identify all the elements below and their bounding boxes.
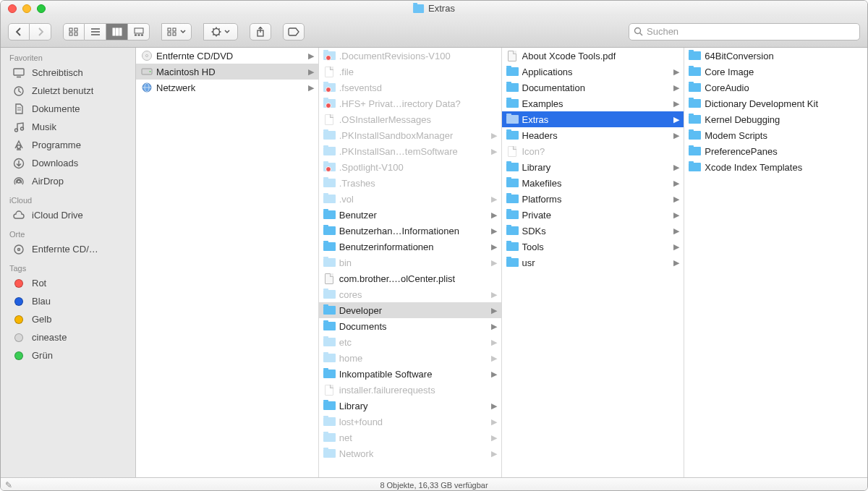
sidebar-item-label: Schreibtisch — [32, 67, 83, 78]
list-item[interactable]: Extras▶ — [502, 111, 684, 127]
search-input[interactable] — [647, 26, 855, 37]
list-item[interactable]: usr▶ — [502, 255, 684, 270]
list-item[interactable]: Benutzer▶ — [319, 207, 501, 223]
list-item[interactable]: .vol▶ — [319, 191, 501, 207]
edit-icon[interactable]: ✎ — [5, 480, 12, 490]
list-item[interactable]: cores▶ — [319, 286, 501, 302]
item-label: .OSInstallerMessages — [339, 114, 431, 125]
list-item[interactable]: Modem Scripts — [684, 127, 867, 143]
share-button[interactable] — [250, 23, 271, 40]
list-item[interactable]: Applications▶ — [502, 64, 684, 80]
list-item[interactable]: .Spotlight-V100 — [319, 159, 501, 175]
chevron-right-icon: ▶ — [673, 210, 679, 220]
list-item[interactable]: .file — [319, 64, 501, 80]
list-item[interactable]: Icon? — [502, 143, 684, 159]
list-item[interactable]: .DocumentRevisions-V100 — [319, 48, 501, 64]
item-label: Network — [339, 448, 374, 459]
folder-icon — [506, 178, 519, 188]
list-item[interactable]: Inkompatible Software▶ — [319, 366, 501, 382]
item-label: Library — [339, 401, 368, 411]
list-item[interactable]: Network▶ — [319, 445, 501, 461]
column: .DocumentRevisions-V100.file.fseventsd.H… — [319, 48, 502, 477]
list-item[interactable]: .OSInstallerMessages — [319, 111, 501, 127]
chevron-right-icon: ▶ — [491, 226, 497, 236]
list-item[interactable]: CoreAudio — [684, 80, 867, 95]
icon-view-button[interactable] — [63, 23, 85, 40]
sidebar-item-label: Entfernte CD/… — [32, 244, 98, 255]
tag-icon — [12, 333, 25, 343]
list-item[interactable]: Library▶ — [502, 159, 684, 175]
list-item[interactable]: Documents▶ — [319, 318, 501, 334]
chevron-right-icon: ▶ — [491, 210, 497, 220]
list-item[interactable]: lost+found▶ — [319, 414, 501, 430]
list-item[interactable]: About Xcode Tools.pdf — [502, 48, 684, 64]
list-item[interactable]: .PKInstallSan…temSoftware▶ — [319, 143, 501, 159]
hdd-icon — [140, 67, 153, 77]
list-item[interactable]: Kernel Debugging — [684, 111, 867, 127]
list-item[interactable]: Private▶ — [502, 207, 684, 223]
tag-button[interactable] — [283, 23, 305, 40]
list-item[interactable]: Developer▶ — [319, 302, 501, 318]
svg-point-38 — [17, 145, 21, 148]
action-button[interactable] — [203, 23, 238, 40]
list-item[interactable]: .PKInstallSandboxManager▶ — [319, 127, 501, 143]
list-item[interactable]: 64BitConversion — [684, 48, 867, 64]
list-item[interactable]: Platforms▶ — [502, 191, 684, 207]
column-view-button[interactable] — [106, 23, 128, 40]
sidebar-item[interactable]: AirDrop — [1, 172, 135, 190]
list-item[interactable]: Core Image — [684, 64, 867, 80]
list-item[interactable]: Headers▶ — [502, 127, 684, 143]
zoom-icon[interactable] — [37, 4, 46, 13]
sidebar-item[interactable]: Programme — [1, 136, 135, 154]
list-item[interactable]: Benutzerinformationen▶ — [319, 239, 501, 255]
sidebar-item[interactable]: Grün — [1, 346, 135, 364]
back-button[interactable] — [8, 23, 30, 40]
list-item[interactable]: com.brother.…olCenter.plist — [319, 270, 501, 286]
list-item[interactable]: Library▶ — [319, 398, 501, 414]
sidebar-item[interactable]: iCloud Drive — [1, 206, 135, 224]
list-item[interactable]: Documentation▶ — [502, 80, 684, 95]
list-item[interactable]: .fseventsd — [319, 80, 501, 95]
list-view-button[interactable] — [85, 23, 106, 40]
search-field[interactable] — [629, 23, 860, 40]
gallery-view-button[interactable] — [128, 23, 150, 40]
list-item[interactable]: Dictionary Development Kit — [684, 95, 867, 111]
list-item[interactable]: Benutzerhan…Informationen▶ — [319, 223, 501, 239]
list-item[interactable]: SDKs▶ — [502, 223, 684, 239]
list-item[interactable]: etc▶ — [319, 334, 501, 350]
list-item[interactable]: Macintosh HD▶ — [136, 64, 318, 80]
svg-point-29 — [635, 28, 641, 34]
svg-rect-8 — [116, 28, 118, 35]
list-item[interactable]: home▶ — [319, 350, 501, 366]
list-item[interactable]: .Trashes — [319, 175, 501, 191]
item-label: Entfernte CD/DVD — [156, 51, 233, 61]
list-item[interactable]: Tools▶ — [502, 239, 684, 255]
list-item[interactable]: Netzwerk▶ — [136, 80, 318, 95]
list-item[interactable]: Examples▶ — [502, 95, 684, 111]
sidebar-item[interactable]: Blau — [1, 292, 135, 310]
list-item[interactable]: Entfernte CD/DVD▶ — [136, 48, 318, 64]
list-item[interactable]: Makefiles▶ — [502, 175, 684, 191]
sidebar-item[interactable]: Schreibtisch — [1, 64, 135, 82]
sidebar-item[interactable]: cineaste — [1, 328, 135, 346]
forward-button[interactable] — [30, 23, 51, 40]
sidebar-item[interactable]: Downloads — [1, 154, 135, 172]
sidebar-item[interactable]: Entfernte CD/… — [1, 240, 135, 258]
item-label: Inkompatible Software — [339, 369, 433, 380]
sidebar-item[interactable]: Musik — [1, 118, 135, 136]
list-item[interactable]: Xcode Index Templates — [684, 159, 867, 175]
sidebar-item[interactable]: Zuletzt benutzt — [1, 82, 135, 100]
item-label: com.brother.…olCenter.plist — [339, 273, 455, 284]
close-icon[interactable] — [8, 4, 17, 13]
sidebar-item[interactable]: Dokumente — [1, 100, 135, 118]
list-item[interactable]: net▶ — [319, 430, 501, 445]
list-item[interactable]: bin▶ — [319, 255, 501, 270]
sidebar-item[interactable]: Gelb — [1, 310, 135, 328]
sidebar-item[interactable]: Rot — [1, 274, 135, 292]
group-button[interactable] — [161, 23, 192, 40]
list-item[interactable]: PreferencePanes — [684, 143, 867, 159]
list-item[interactable]: .HFS+ Privat…irectory Data? — [319, 95, 501, 111]
folder-icon — [323, 210, 336, 220]
minimize-icon[interactable] — [22, 4, 31, 13]
list-item[interactable]: installer.failurerequests — [319, 382, 501, 398]
